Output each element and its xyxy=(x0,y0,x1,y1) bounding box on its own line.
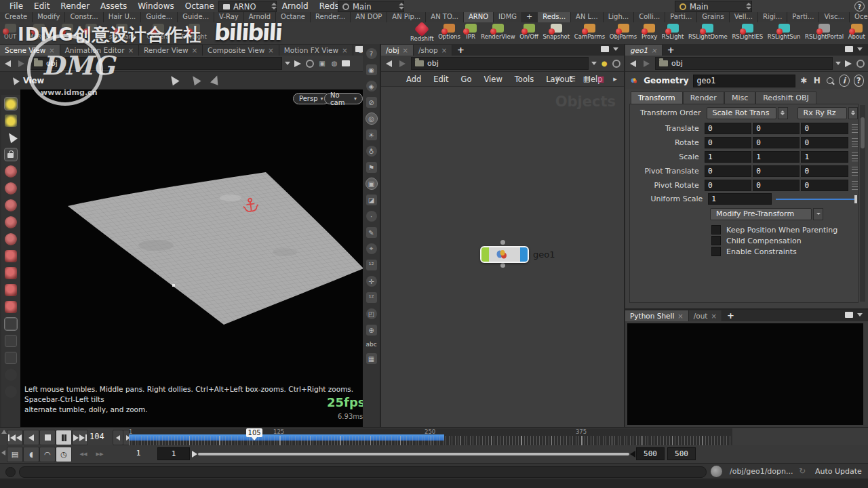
shelf-tab-constr[interactable]: Constr... xyxy=(65,12,103,22)
gear-icon[interactable]: ✱ xyxy=(800,75,808,86)
back-button[interactable] xyxy=(3,59,14,68)
close-icon[interactable]: × xyxy=(268,47,273,54)
shelf-tool-envlight[interactable]: EnvLight xyxy=(182,23,207,40)
network-menu-go[interactable]: Go xyxy=(455,75,478,84)
step-back-button[interactable] xyxy=(113,430,123,445)
new-tab-button[interactable]: + xyxy=(663,45,679,55)
snap-magnet-icon[interactable] xyxy=(5,301,17,313)
close-icon[interactable]: × xyxy=(651,47,656,54)
stop-button[interactable] xyxy=(39,430,56,445)
snap-curve-icon[interactable] xyxy=(5,267,17,279)
param-field[interactable]: 0 xyxy=(801,165,848,177)
snapshot-cube-icon[interactable]: ▣ xyxy=(317,59,327,68)
pane-tab-motion-fx-view[interactable]: Motion FX View× xyxy=(279,45,353,56)
close-icon[interactable]: × xyxy=(403,47,408,54)
secure-selection-lock-icon[interactable] xyxy=(5,148,17,161)
help-icon[interactable]: ? xyxy=(854,75,864,87)
update-mode-dropdown[interactable]: Auto Update xyxy=(815,467,862,476)
param-field[interactable]: 0 xyxy=(753,137,800,148)
rotate-order-dropdown[interactable]: Rx Ry Rz xyxy=(797,107,847,119)
shelf-tool-merge[interactable]: MERGE xyxy=(28,23,50,40)
radial-menu-icon[interactable] xyxy=(612,59,621,68)
headlight-icon[interactable]: ☀ xyxy=(366,129,377,140)
shelf-tool-rslightdome[interactable]: RSLightDome xyxy=(688,23,728,40)
dropdown-caret[interactable] xyxy=(813,208,823,220)
shelf-tab-modify[interactable]: Modify xyxy=(33,12,65,22)
node-display-flag[interactable] xyxy=(481,247,489,262)
shelf-tab-hair-u[interactable]: Hair U... xyxy=(104,12,142,22)
network-menu-edit[interactable]: Edit xyxy=(427,75,454,84)
param-field[interactable]: 0 xyxy=(753,123,800,134)
current-frame-field[interactable]: 104 xyxy=(88,430,113,443)
shelf-tab-reds[interactable]: Reds... xyxy=(538,12,571,22)
axis-icon[interactable]: ✛ xyxy=(366,276,377,287)
shelf-tool-rslightportal[interactable]: RSLightPortal xyxy=(805,23,844,40)
menu-assets[interactable]: Assets xyxy=(95,1,132,11)
shelf-tool-redshift[interactable]: Redshift xyxy=(410,23,434,42)
desktop-spinner[interactable] xyxy=(746,1,752,11)
pane-menu-icon[interactable] xyxy=(857,47,863,51)
node-name-field[interactable]: geo1 xyxy=(693,75,795,87)
shade-box-icon[interactable]: ▣ xyxy=(366,178,377,189)
pane-collapse-arrow[interactable] xyxy=(1,450,5,455)
pin-icon[interactable] xyxy=(844,59,853,68)
pane-tab-animation-editor[interactable]: Animation Editor× xyxy=(60,45,139,56)
shelf-tab-oceans[interactable]: Oceans xyxy=(850,12,868,22)
shelf-tool-about[interactable]: About xyxy=(848,23,865,40)
text-display-icon[interactable]: abc xyxy=(366,341,376,348)
info-icon[interactable]: i xyxy=(839,75,849,87)
ladder-handle-icon[interactable] xyxy=(852,181,858,190)
shelf-tab-arno[interactable]: ARNO xyxy=(464,12,494,22)
select-objects-icon[interactable] xyxy=(167,74,179,86)
node-output-connector[interactable] xyxy=(500,263,505,268)
playhead-marker[interactable]: 105 xyxy=(246,428,262,437)
view-tool-icon[interactable] xyxy=(5,318,17,330)
search-icon[interactable] xyxy=(826,75,835,86)
checkbox[interactable] xyxy=(711,247,721,256)
pane-tab-composite-view[interactable]: Composite View× xyxy=(203,45,279,56)
point-number-icon[interactable]: ¹² xyxy=(366,260,377,270)
shelf-tab-parti[interactable]: Parti... xyxy=(665,12,697,22)
pane-tab-shop[interactable]: /shop× xyxy=(414,45,452,56)
pause-button[interactable] xyxy=(56,430,72,445)
shelf-tool-camparms[interactable]: CamParms xyxy=(574,23,605,40)
desktop-selector-main-2[interactable]: Main xyxy=(675,1,752,12)
background-image-icon[interactable]: ▦ xyxy=(366,353,377,364)
range-start-field[interactable]: 1 xyxy=(157,447,190,460)
scrollbar-thumb[interactable] xyxy=(861,117,865,148)
misc-tool-icon[interactable] xyxy=(5,369,17,381)
shelf-tool-on-off[interactable]: On/Off xyxy=(519,23,538,40)
shelf-tab-ligh[interactable]: Ligh... xyxy=(604,12,635,22)
parameter-path-field[interactable]: obj xyxy=(655,57,833,70)
rotate-view-icon[interactable]: ◈ xyxy=(366,81,377,92)
memory-usage-icon[interactable] xyxy=(711,466,722,477)
desktop-selector-main[interactable]: Main xyxy=(338,1,404,12)
help-icon[interactable]: ? xyxy=(854,1,865,12)
snap-point-icon[interactable] xyxy=(5,284,17,296)
shelf-tool-rslighties[interactable]: RSLightIES xyxy=(732,23,763,40)
ladder-handle-icon[interactable] xyxy=(852,152,858,161)
network-menu-tools[interactable]: Tools xyxy=(509,75,540,84)
shelf-tab-an-l[interactable]: AN L... xyxy=(571,12,604,22)
shelf-tool-rslight[interactable]: RSLight xyxy=(662,23,684,40)
scene-path-field[interactable]: obj xyxy=(30,57,282,70)
path-dropdown-icon[interactable] xyxy=(835,62,841,65)
shelf-tab-colli[interactable]: Colli... xyxy=(634,12,665,22)
orient-tool-icon[interactable] xyxy=(5,352,17,364)
houdini-handle-icon[interactable]: H xyxy=(812,75,821,86)
shelf-tool-rslightsun[interactable]: RSLightSun xyxy=(768,23,801,40)
param-tab-redshift-obj[interactable]: Redshift OBJ xyxy=(755,92,816,104)
rotate-tool-icon[interactable] xyxy=(5,182,17,195)
tools-wrench-icon[interactable]: ✕ xyxy=(553,74,563,83)
shelf-tab-an-pip[interactable]: AN Pip... xyxy=(387,12,426,22)
shelf-tool-standard[interactable]: standard xyxy=(109,23,135,40)
timeline-ruler[interactable]: 1125250375 105 xyxy=(129,428,732,445)
close-icon[interactable]: × xyxy=(128,47,134,54)
close-icon[interactable]: × xyxy=(677,312,683,320)
shelf-add-tab-button[interactable]: + ▾ xyxy=(522,12,536,22)
param-field[interactable]: 0 xyxy=(801,123,848,134)
play-forward-button[interactable] xyxy=(72,430,88,445)
pane-collapse-arrow[interactable] xyxy=(1,430,7,434)
desktop-spinner[interactable] xyxy=(271,1,277,11)
pane-maximize-icon[interactable] xyxy=(845,312,853,318)
